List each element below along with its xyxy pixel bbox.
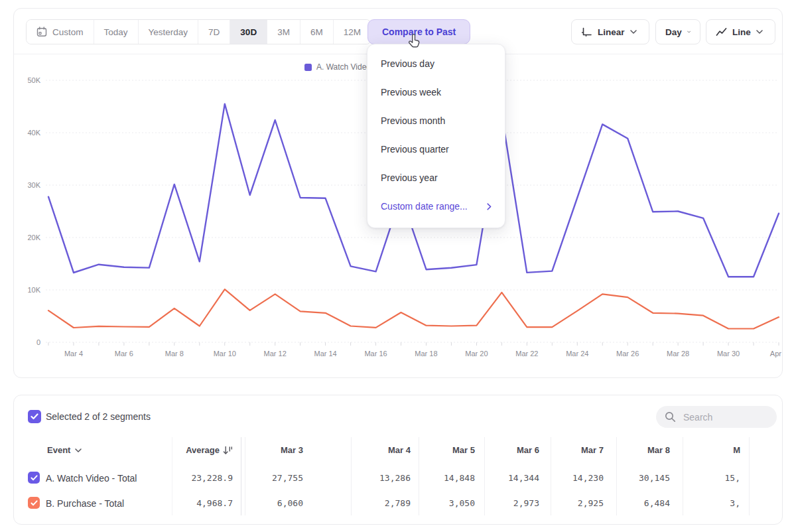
menu-item-previous-year[interactable]: Previous year: [367, 164, 505, 192]
x-axis-label: Mar 22: [515, 350, 538, 358]
column-divider: [484, 437, 485, 515]
scale-dropdown[interactable]: Linear: [571, 19, 649, 44]
column-divider: [616, 437, 617, 515]
range-yesterday-button[interactable]: Yesterday: [139, 20, 199, 44]
y-axis-label: 0: [36, 338, 40, 346]
column-header-mar3[interactable]: Mar 3: [281, 445, 303, 455]
cell-value: 30,145: [639, 473, 670, 483]
x-axis-label: Mar 20: [465, 350, 488, 358]
chevron-down-icon: [630, 30, 637, 34]
x-axis-label: Apr 1: [770, 350, 782, 358]
x-axis-label: Mar 4: [64, 350, 83, 358]
x-axis-label: Mar 26: [616, 350, 639, 358]
x-axis-label: Mar 30: [717, 350, 740, 358]
average-column-header[interactable]: Average: [186, 445, 233, 455]
x-axis-label: Mar 16: [364, 350, 387, 358]
row-label-purchase[interactable]: B. Purchase - Total: [46, 498, 124, 509]
search-icon: [665, 411, 676, 423]
cell-value: 2,789: [385, 498, 411, 508]
chart-type-dropdown[interactable]: Line: [706, 19, 775, 44]
selected-segments-label: Selected 2 of 2 segments: [46, 411, 151, 422]
menu-item-previous-day[interactable]: Previous day: [367, 50, 505, 78]
menu-item-previous-week[interactable]: Previous week: [367, 78, 505, 107]
segments-card: Selected 2 of 2 segments Search Event Av…: [13, 395, 783, 525]
chart-type-label: Line: [732, 27, 751, 37]
scale-label: Linear: [598, 27, 625, 37]
column-header-mar6[interactable]: Mar 6: [517, 445, 539, 455]
range-12m-button[interactable]: 12M: [334, 20, 371, 44]
menu-item-custom-date-range[interactable]: Custom date range...: [367, 192, 505, 221]
check-icon: [31, 500, 38, 506]
cell-value: 13,286: [379, 473, 411, 483]
date-range-selector: Custom Today Yesterday 7D 30D 3M 6M 12M: [26, 19, 371, 44]
column-header-mar5[interactable]: Mar 5: [452, 445, 475, 455]
x-axis-label: Mar 24: [566, 350, 588, 358]
sort-descending-icon: [223, 446, 233, 455]
range-3m-button[interactable]: 3M: [267, 20, 300, 44]
row-checkbox-watch-video[interactable]: [28, 472, 40, 484]
y-axis-label: 20K: [27, 233, 40, 241]
cell-average: 4,968.7: [196, 498, 233, 508]
menu-item-previous-month[interactable]: Previous month: [367, 107, 505, 135]
search-placeholder: Search: [683, 412, 712, 423]
column-header-mar7[interactable]: Mar 7: [581, 445, 604, 455]
range-custom-button[interactable]: Custom: [27, 20, 94, 44]
column-divider: [351, 437, 352, 515]
chevron-down-icon: [75, 448, 82, 452]
cell-value: 27,755: [272, 473, 303, 483]
column-divider: [172, 437, 172, 515]
cell-value-clipped: 15,: [725, 473, 740, 483]
y-axis-label: 30K: [27, 181, 40, 189]
menu-item-previous-quarter[interactable]: Previous quarter: [367, 135, 505, 164]
y-axis-label: 40K: [27, 129, 40, 137]
select-all-checkbox[interactable]: [28, 410, 41, 423]
x-axis-label: Mar 18: [415, 350, 437, 358]
x-axis-label: Mar 6: [115, 350, 133, 358]
cell-value-clipped: 3,: [730, 498, 740, 508]
cell-value: 14,230: [572, 473, 604, 483]
column-divider: [683, 437, 683, 515]
search-input[interactable]: Search: [656, 406, 777, 428]
chevron-down-icon: [756, 30, 763, 34]
y-axis-label: 50K: [27, 76, 40, 84]
row-checkbox-purchase[interactable]: [28, 497, 40, 509]
range-6m-button[interactable]: 6M: [300, 20, 334, 44]
compare-to-past-menu: Previous day Previous week Previous mont…: [367, 44, 505, 228]
cell-value: 6,060: [277, 498, 303, 508]
column-header-mar4[interactable]: Mar 4: [388, 445, 411, 455]
column-header-clipped[interactable]: M: [733, 445, 740, 455]
column-header-mar8[interactable]: Mar 8: [647, 445, 670, 455]
hand-cursor: [407, 33, 423, 50]
x-axis-label: Mar 14: [314, 350, 336, 358]
check-icon: [31, 413, 38, 420]
row-label-watch-video[interactable]: A. Watch Video - Total: [46, 473, 137, 484]
column-divider-frozen: [241, 437, 241, 515]
chevron-down-icon: [687, 30, 691, 34]
range-7d-button[interactable]: 7D: [198, 20, 230, 44]
axes-icon: [581, 27, 592, 37]
range-label: Custom: [52, 27, 84, 37]
chevron-right-icon: [487, 203, 492, 210]
cell-value: 6,484: [644, 498, 670, 508]
column-divider: [551, 437, 551, 515]
column-divider: [749, 437, 750, 515]
check-icon: [31, 475, 38, 481]
cell-value: 2,925: [578, 498, 604, 508]
interval-label: Day: [665, 27, 682, 37]
calendar-icon: [36, 27, 47, 37]
x-axis-label: Mar 28: [667, 350, 689, 358]
x-axis-label: Mar 10: [214, 350, 236, 358]
cell-value: 14,344: [508, 473, 539, 483]
series-line-purchase: [48, 289, 779, 328]
range-30d-button[interactable]: 30D: [230, 20, 267, 44]
cell-value: 2,973: [513, 498, 539, 508]
column-divider: [419, 437, 419, 515]
range-today-button[interactable]: Today: [94, 20, 139, 44]
event-column-header[interactable]: Event: [47, 445, 82, 455]
x-axis-label: Mar 12: [264, 350, 287, 358]
interval-dropdown[interactable]: Day: [655, 19, 700, 44]
y-axis-label: 10K: [27, 286, 40, 294]
cell-value: 3,050: [449, 498, 475, 508]
cell-value: 14,848: [444, 473, 475, 483]
x-axis-label: Mar 8: [165, 350, 184, 358]
